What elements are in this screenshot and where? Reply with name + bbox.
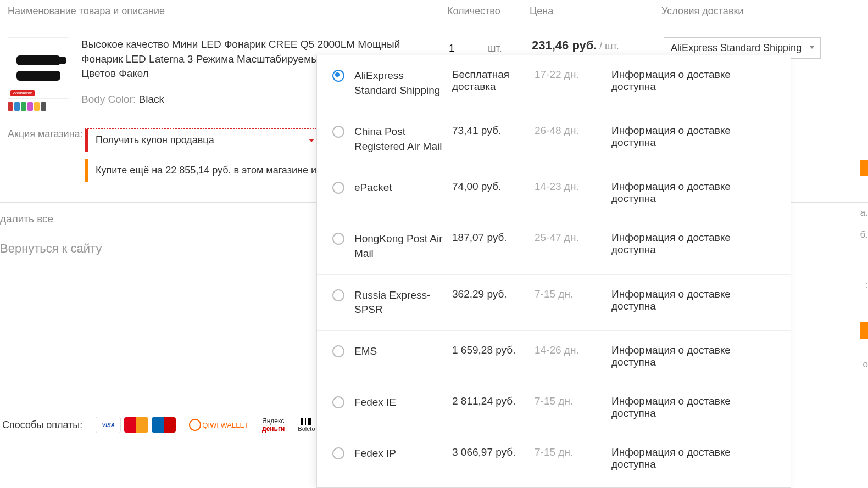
option-days: 14-23 дн. <box>535 181 611 193</box>
option-info: Информация о доставке доступна <box>611 181 775 205</box>
option-price: 187,07 руб. <box>452 232 535 244</box>
chevron-down-icon <box>309 139 314 142</box>
option-info: Информация о доставке доступна <box>611 288 775 312</box>
shipping-option[interactable]: China Post Registered Air Mail73,41 руб.… <box>317 111 791 167</box>
header-price: Цена <box>530 5 661 17</box>
coupon-label: Получить купон продавца <box>96 134 214 145</box>
edge-text: а. <box>860 207 868 218</box>
option-info: Информация о доставке доступна <box>611 395 775 419</box>
option-price: 3 066,97 руб. <box>452 446 535 458</box>
maestro-icon <box>152 417 176 433</box>
radio-icon[interactable] <box>332 70 344 82</box>
option-name: Fedex IE <box>354 395 452 410</box>
product-thumbnail[interactable]: Zoomable <box>8 37 74 111</box>
color-swatches <box>8 102 74 111</box>
option-price: 2 811,24 руб. <box>452 395 535 407</box>
option-name: Russia Express-SPSR <box>354 288 452 317</box>
option-days: 7-15 дн. <box>535 288 611 300</box>
radio-icon[interactable] <box>332 126 344 138</box>
option-info: Информация о доставке доступна <box>611 344 775 368</box>
zoom-tag: Zoomable <box>10 90 35 96</box>
option-info: Информация о доставке доступна <box>611 232 775 256</box>
payment-label: Способы оплаты: <box>2 419 82 431</box>
shipping-option[interactable]: Russia Express-SPSR362,29 руб.7-15 дн.Ин… <box>317 275 791 331</box>
radio-icon[interactable] <box>332 396 344 408</box>
promo-label: Акция магазина: <box>8 128 85 140</box>
shipping-selected-label: AliExpress Standard Shipping <box>671 42 802 53</box>
edge-text: : <box>865 280 868 291</box>
option-name: ePacket <box>354 181 452 195</box>
attr-value: Black <box>139 93 164 105</box>
option-price: 362,29 руб. <box>452 288 535 300</box>
edge-accent <box>860 160 868 176</box>
option-price: Бесплатная доставка <box>452 69 535 93</box>
option-days: 25-47 дн. <box>535 232 611 244</box>
yandex-money-icon: Яндексденьги <box>262 417 285 433</box>
option-days: 26-48 дн. <box>535 125 611 137</box>
buy-more-banner[interactable]: Купите ещё на 22 855,14 руб. в этом мага… <box>85 159 322 182</box>
boleto-icon: Boleto <box>298 418 315 432</box>
header-name: Наименование товара и описание <box>8 5 447 17</box>
option-name: HongKong Post Air Mail <box>354 232 452 261</box>
header-shipping: Условия доставки <box>661 5 860 17</box>
edge-accent <box>860 322 868 339</box>
option-days: 14-26 дн. <box>535 344 611 356</box>
shipping-option[interactable]: Fedex IE2 811,24 руб.7-15 дн.Информация … <box>317 382 791 433</box>
option-info: Информация о доставке доступна <box>611 446 775 470</box>
shipping-option[interactable]: AliExpress Standard ShippingБесплатная д… <box>317 55 791 111</box>
edge-text: б. <box>860 229 868 240</box>
option-name: AliExpress Standard Shipping <box>354 69 452 98</box>
column-headers: Наименование товара и описание Количеств… <box>0 0 868 27</box>
price-main: 231,46 руб. <box>532 38 597 52</box>
shipping-option[interactable]: Fedex IP3 066,97 руб.7-15 дн.Информация … <box>317 433 791 484</box>
option-info: Информация о доставке доступна <box>611 125 775 149</box>
visa-icon: VISA <box>96 417 121 433</box>
option-price: 73,41 руб. <box>452 125 535 137</box>
option-days: 17-22 дн. <box>535 69 611 81</box>
edge-text: о <box>863 359 868 370</box>
payment-methods: Способы оплаты: VISA QIWI WALLET Яндексд… <box>2 417 315 433</box>
mastercard-icon <box>124 417 148 433</box>
option-name: China Post Registered Air Mail <box>354 125 452 154</box>
option-name: Fedex IP <box>354 446 452 461</box>
radio-icon[interactable] <box>332 289 344 301</box>
shipping-option[interactable]: ePacket74,00 руб.14-23 дн.Информация о д… <box>317 167 791 218</box>
chevron-down-icon <box>809 46 815 49</box>
get-coupon-button[interactable]: Получить купон продавца <box>85 128 322 152</box>
option-info: Информация о доставке доступна <box>611 69 775 93</box>
option-price: 74,00 руб. <box>452 181 535 193</box>
shipping-options-dropdown: AliExpress Standard ShippingБесплатная д… <box>316 55 791 488</box>
radio-icon[interactable] <box>332 447 344 459</box>
radio-icon[interactable] <box>332 233 344 245</box>
radio-icon[interactable] <box>332 345 344 357</box>
qiwi-icon: QIWI WALLET <box>189 419 249 431</box>
option-name: EMS <box>354 344 452 359</box>
price-per: / шт. <box>599 41 619 52</box>
shipping-option[interactable]: EMS1 659,28 руб.14-26 дн.Информация о до… <box>317 331 791 382</box>
radio-icon[interactable] <box>332 182 344 194</box>
quantity-unit: шт. <box>488 40 502 54</box>
shipping-option[interactable]: HongKong Post Air Mail187,07 руб.25-47 д… <box>317 218 791 274</box>
option-price: 1 659,28 руб. <box>452 344 535 356</box>
header-qty: Количество <box>447 5 530 17</box>
option-days: 7-15 дн. <box>535 446 611 458</box>
attr-label: Body Color: <box>81 93 136 105</box>
option-days: 7-15 дн. <box>535 395 611 407</box>
